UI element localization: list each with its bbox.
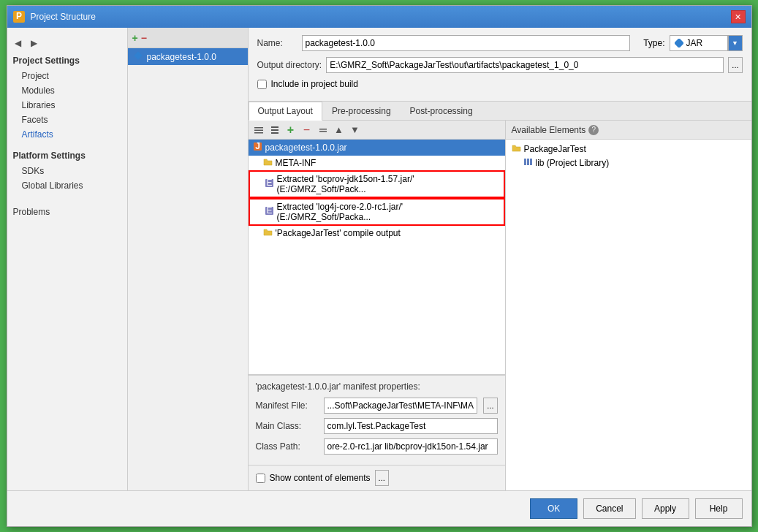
show-content-browse-button[interactable]: ... [375, 470, 389, 486]
remove-artifact-button[interactable]: − [141, 32, 147, 44]
sidebar-item-modules[interactable]: Modules [7, 83, 127, 98]
tree-item-metainf-label: META-INF [276, 158, 317, 168]
add-artifact-button[interactable]: + [132, 32, 138, 44]
sidebar-item-project[interactable]: Project [7, 69, 127, 83]
manifest-panel: 'packagetest-1.0.0.jar' manifest propert… [249, 375, 505, 465]
tree-item-metainf[interactable]: META-INF [249, 156, 505, 170]
ok-button[interactable]: OK [530, 498, 577, 519]
tab-pre-processing[interactable]: Pre-processing [322, 102, 401, 120]
tree-move-options-button[interactable] [316, 123, 330, 137]
class-path-input[interactable] [324, 438, 498, 455]
browse-output-button[interactable]: ... [728, 57, 742, 73]
help-icon[interactable]: ? [588, 125, 599, 135]
svg-rect-18 [524, 159, 526, 165]
tree-item-root-label: packagetest-1.0.0.jar [265, 142, 347, 153]
svg-rect-9 [271, 132, 278, 134]
help-button[interactable]: Help [695, 498, 743, 519]
forward-button[interactable]: ▶ [28, 37, 41, 50]
platform-settings-header: Platform Settings [7, 148, 127, 164]
extract-icon-log4j: E [265, 206, 274, 218]
svg-rect-7 [271, 126, 278, 128]
svg-rect-3 [675, 39, 683, 48]
main-class-label: Main Class: [256, 421, 318, 431]
tree-down-button[interactable]: ▼ [348, 123, 363, 137]
tab-post-processing[interactable]: Post-processing [401, 102, 482, 120]
project-settings-header: Project Settings [7, 53, 127, 69]
manifest-file-label: Manifest File: [256, 400, 318, 411]
svg-rect-6 [254, 132, 263, 134]
tree-up-button[interactable]: ▲ [332, 123, 346, 137]
avail-item-lib[interactable]: lib (Project Library) [506, 156, 751, 170]
output-dir-input[interactable] [326, 57, 724, 73]
sidebar-item-libraries[interactable]: Libraries [7, 98, 127, 113]
svg-rect-10 [319, 129, 327, 130]
svg-rect-4 [254, 127, 263, 129]
artifact-tree-panel: + − ▲ ▼ J [249, 121, 506, 490]
manifest-browse-button[interactable]: ... [483, 398, 497, 414]
svg-rect-11 [319, 131, 327, 132]
name-label: Name: [257, 38, 297, 48]
available-label: Available Elements [512, 125, 586, 135]
tab-output-layout[interactable]: Output Layout [249, 102, 322, 121]
show-content-checkbox[interactable] [256, 474, 265, 483]
svg-text:E: E [266, 178, 272, 188]
svg-rect-19 [527, 159, 529, 165]
output-dir-label: Output directory: [257, 60, 322, 70]
folder-icon-metainf [263, 158, 273, 168]
artifact-diamond-icon [134, 51, 143, 62]
svg-rect-20 [530, 159, 532, 165]
sidebar-item-sdks[interactable]: SDKs [7, 164, 127, 178]
tree-item-bcprov-label: Extracted 'bcprov-jdk15on-1.57.jar/' (E:… [277, 174, 499, 194]
artifact-list-header: + − [128, 28, 248, 48]
include-in-build-checkbox[interactable] [257, 80, 267, 89]
avail-item-root[interactable]: PackageJarTest [506, 142, 751, 156]
tree-add-button[interactable]: + [284, 123, 298, 137]
name-input[interactable] [302, 35, 631, 51]
back-button[interactable]: ◀ [12, 37, 25, 50]
type-label: Type: [643, 38, 664, 48]
sidebar-item-problems[interactable]: Problems [7, 205, 127, 219]
tree-list-button[interactable] [268, 123, 282, 137]
manifest-file-input[interactable] [324, 398, 478, 414]
app-icon: P [13, 11, 25, 23]
available-tree: PackageJarTest lib (Project Library) [506, 140, 751, 490]
sidebar-item-artifacts[interactable]: Artifacts [7, 127, 127, 142]
sidebar-item-global-libraries[interactable]: Global Libraries [7, 178, 127, 193]
jar-icon: J [253, 142, 262, 153]
show-content-label: Show content of elements [270, 473, 371, 483]
title-bar: P Project Structure ✕ [7, 6, 751, 28]
lib-icon [523, 157, 533, 169]
svg-text:P: P [15, 12, 21, 21]
sidebar-item-facets[interactable]: Facets [7, 113, 127, 127]
manifest-title: 'packagetest-1.0.0.jar' manifest propert… [256, 381, 498, 392]
svg-rect-5 [254, 129, 263, 131]
footer: OK Cancel Apply Help [7, 490, 751, 526]
type-select-group: JAR [670, 35, 743, 51]
sidebar: ◀ ▶ Project Settings Project Modules Lib… [7, 28, 128, 490]
tree-item-log4j-label: Extracted 'log4j-core-2.0-rc1.jar/' (E:/… [277, 202, 499, 222]
tree-item-bcprov[interactable]: E Extracted 'bcprov-jdk15on-1.57.jar/' (… [249, 170, 505, 198]
artifact-list-item[interactable]: packagetest-1.0.0 [128, 48, 248, 65]
extract-icon-bcprov: E [265, 178, 274, 190]
artifact-tree: J packagetest-1.0.0.jar META-INF [249, 140, 505, 375]
avail-root-label: PackageJarTest [524, 144, 586, 154]
show-content-row: Show content of elements ... [249, 465, 505, 490]
cancel-button[interactable]: Cancel [583, 498, 635, 519]
form-area: Name: Type: JAR Output directory: ... [249, 28, 751, 102]
tree-item-root[interactable]: J packagetest-1.0.0.jar [249, 140, 505, 156]
tree-item-compile[interactable]: 'PackageJarTest' compile output [249, 226, 505, 240]
class-path-label: Class Path: [256, 441, 318, 452]
dialog-title: Project Structure [31, 12, 96, 22]
tree-item-log4j[interactable]: E Extracted 'log4j-core-2.0-rc1.jar/' (E… [249, 198, 505, 226]
type-dropdown-button[interactable] [728, 35, 743, 51]
svg-text:E: E [266, 206, 272, 216]
apply-button[interactable]: Apply [642, 498, 689, 519]
main-class-input[interactable] [324, 418, 498, 434]
folder-icon-compile [263, 228, 273, 238]
tree-settings-button[interactable] [251, 123, 266, 137]
close-button[interactable]: ✕ [731, 10, 746, 23]
type-value: JAR [686, 38, 703, 48]
folder-icon-root [512, 144, 521, 154]
type-select-box: JAR [670, 35, 728, 51]
tree-remove-button[interactable]: − [300, 123, 314, 137]
